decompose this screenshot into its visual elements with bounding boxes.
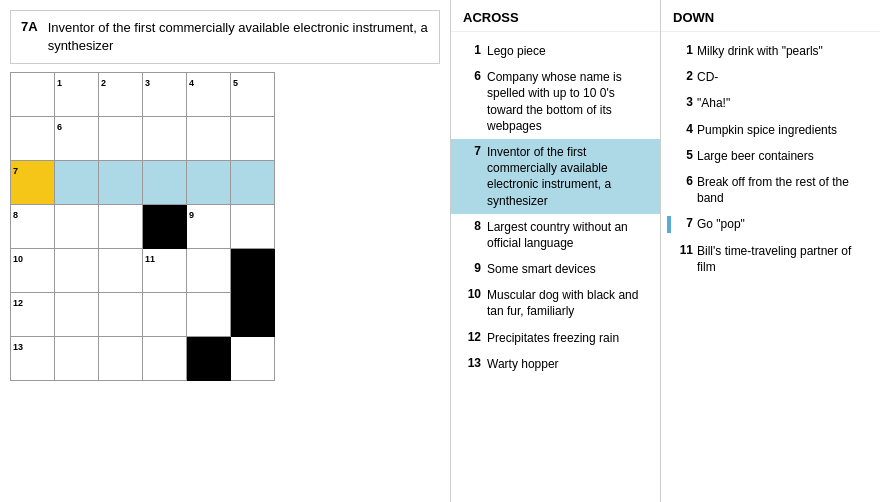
down-title: DOWN bbox=[661, 0, 880, 32]
cell-number-2: 2 bbox=[101, 78, 106, 88]
cell-number-6a: 6 bbox=[57, 122, 62, 132]
cell-r4c0[interactable]: 10 bbox=[11, 249, 55, 293]
down-clue-desc-11: Bill's time-traveling partner of film bbox=[697, 243, 868, 275]
left-panel: 7A Inventor of the first commercially av… bbox=[0, 0, 450, 502]
cell-r2c5[interactable] bbox=[231, 161, 275, 205]
cell-r2c2[interactable] bbox=[99, 161, 143, 205]
across-clue-item-13[interactable]: 13Warty hopper bbox=[451, 351, 660, 377]
cell-r6c4-black bbox=[187, 337, 231, 381]
down-clue-num-7: 7 bbox=[675, 216, 693, 232]
cell-r2c1[interactable] bbox=[55, 161, 99, 205]
down-clue-num-2: 2 bbox=[675, 69, 693, 85]
across-clue-item-7[interactable]: 7Inventor of the first commercially avai… bbox=[451, 139, 660, 214]
down-clue-item-4[interactable]: 4Pumpkin spice ingredients bbox=[661, 117, 880, 143]
cell-r6c1[interactable] bbox=[55, 337, 99, 381]
down-indicator-5 bbox=[667, 148, 671, 164]
cell-r4c3[interactable]: 11 bbox=[143, 249, 187, 293]
cell-r0c3[interactable]: 3 bbox=[143, 73, 187, 117]
down-clue-item-2[interactable]: 2CD- bbox=[661, 64, 880, 90]
cell-r5c2[interactable] bbox=[99, 293, 143, 337]
cell-r6c5[interactable] bbox=[231, 337, 275, 381]
cell-r6c0[interactable]: 13 bbox=[11, 337, 55, 381]
cell-r1c4[interactable] bbox=[187, 117, 231, 161]
cell-r1c1[interactable]: 6 bbox=[55, 117, 99, 161]
cell-number-13: 13 bbox=[13, 342, 23, 352]
crossword-grid: 1 2 3 4 5 6 bbox=[10, 72, 275, 381]
cell-r4c5-black bbox=[231, 249, 275, 293]
down-clue-num-6: 6 bbox=[675, 174, 693, 206]
cell-r1c2[interactable] bbox=[99, 117, 143, 161]
cell-number-10: 10 bbox=[13, 254, 23, 264]
cell-r3c0[interactable]: 8 bbox=[11, 205, 55, 249]
across-clue-item-10[interactable]: 10Muscular dog with black and tan fur, f… bbox=[451, 282, 660, 324]
cell-r3c4[interactable]: 9 bbox=[187, 205, 231, 249]
cell-number-1: 1 bbox=[57, 78, 62, 88]
cell-r6c2[interactable] bbox=[99, 337, 143, 381]
cell-number-4: 4 bbox=[189, 78, 194, 88]
across-clue-num-6: 6 bbox=[463, 69, 481, 134]
cell-r0c1[interactable]: 1 bbox=[55, 73, 99, 117]
cell-r6c3[interactable] bbox=[143, 337, 187, 381]
cell-r0c2[interactable]: 2 bbox=[99, 73, 143, 117]
across-clue-item-9[interactable]: 9Some smart devices bbox=[451, 256, 660, 282]
cell-r2c3[interactable] bbox=[143, 161, 187, 205]
cell-r5c4[interactable] bbox=[187, 293, 231, 337]
down-clue-item-3[interactable]: 3"Aha!" bbox=[661, 90, 880, 116]
cell-r3c1[interactable] bbox=[55, 205, 99, 249]
cell-r1c0[interactable] bbox=[11, 117, 55, 161]
cell-r3c5[interactable] bbox=[231, 205, 275, 249]
cell-r1c5[interactable] bbox=[231, 117, 275, 161]
cell-r2c0[interactable]: 7 bbox=[11, 161, 55, 205]
cell-number-12: 12 bbox=[13, 298, 23, 308]
down-clue-num-3: 3 bbox=[675, 95, 693, 111]
cell-r5c0[interactable]: 12 bbox=[11, 293, 55, 337]
across-clue-desc-6: Company whose name is spelled with up to… bbox=[487, 69, 648, 134]
across-clue-desc-7: Inventor of the first commercially avail… bbox=[487, 144, 648, 209]
cell-r5c1[interactable] bbox=[55, 293, 99, 337]
main-container: 7A Inventor of the first commercially av… bbox=[0, 0, 880, 502]
down-indicator-3 bbox=[667, 95, 671, 111]
down-clue-item-6[interactable]: 6Break off from the rest of the band bbox=[661, 169, 880, 211]
down-clue-item-7[interactable]: 7Go "pop" bbox=[661, 211, 880, 237]
across-clue-num-1: 1 bbox=[463, 43, 481, 59]
cell-r1c3[interactable] bbox=[143, 117, 187, 161]
down-clue-item-11[interactable]: 11Bill's time-traveling partner of film bbox=[661, 238, 880, 280]
across-clue-num-9: 9 bbox=[463, 261, 481, 277]
down-clue-desc-1: Milky drink with "pearls" bbox=[697, 43, 823, 59]
down-clues-list[interactable]: 1Milky drink with "pearls"2CD-3"Aha!"4Pu… bbox=[661, 32, 880, 502]
down-clue-desc-3: "Aha!" bbox=[697, 95, 730, 111]
cell-r0c4[interactable]: 4 bbox=[187, 73, 231, 117]
across-clue-num-13: 13 bbox=[463, 356, 481, 372]
cell-number-11: 11 bbox=[145, 254, 155, 264]
down-indicator-2 bbox=[667, 69, 671, 85]
down-clue-desc-2: CD- bbox=[697, 69, 718, 85]
cell-number-8: 8 bbox=[13, 210, 18, 220]
cell-r4c1[interactable] bbox=[55, 249, 99, 293]
down-clue-desc-4: Pumpkin spice ingredients bbox=[697, 122, 837, 138]
grid-container: 1 2 3 4 5 6 bbox=[10, 72, 440, 492]
cell-number-3: 3 bbox=[145, 78, 150, 88]
down-clue-desc-6: Break off from the rest of the band bbox=[697, 174, 868, 206]
across-clue-item-1[interactable]: 1Lego piece bbox=[451, 38, 660, 64]
down-indicator-7 bbox=[667, 216, 671, 232]
down-clue-item-1[interactable]: 1Milky drink with "pearls" bbox=[661, 38, 880, 64]
cell-r0c5[interactable]: 5 bbox=[231, 73, 275, 117]
cell-r0c0[interactable] bbox=[11, 73, 55, 117]
cell-r5c5-black bbox=[231, 293, 275, 337]
down-clue-num-4: 4 bbox=[675, 122, 693, 138]
active-clue-header: 7A Inventor of the first commercially av… bbox=[10, 10, 440, 64]
down-indicator-6 bbox=[667, 174, 671, 206]
cell-r4c4[interactable] bbox=[187, 249, 231, 293]
across-clue-item-12[interactable]: 12Precipitates freezing rain bbox=[451, 325, 660, 351]
down-clue-num-11: 11 bbox=[675, 243, 693, 275]
down-indicator-11 bbox=[667, 243, 671, 275]
across-clue-item-6[interactable]: 6Company whose name is spelled with up t… bbox=[451, 64, 660, 139]
cell-r4c2[interactable] bbox=[99, 249, 143, 293]
cell-r5c3[interactable] bbox=[143, 293, 187, 337]
cell-r3c2[interactable] bbox=[99, 205, 143, 249]
across-clue-item-8[interactable]: 8Largest country without an official lan… bbox=[451, 214, 660, 256]
across-clues-list[interactable]: 1Lego piece6Company whose name is spelle… bbox=[451, 32, 660, 502]
cell-r2c4[interactable] bbox=[187, 161, 231, 205]
across-clue-num-10: 10 bbox=[463, 287, 481, 319]
down-clue-item-5[interactable]: 5Large beer containers bbox=[661, 143, 880, 169]
